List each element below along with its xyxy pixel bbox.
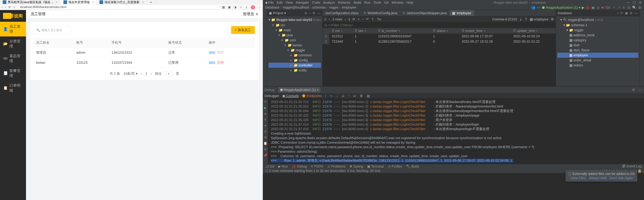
tree-java[interactable]: ▾ 📁 java xyxy=(268,33,321,38)
endpoints-tab[interactable]: 🔶 Endpoints xyxy=(302,94,322,98)
project-root[interactable]: ▾ 📁 Reggie-take-out-day02 D:\Study\GitCo… xyxy=(268,17,321,23)
gear-icon[interactable]: ⚙ xyxy=(551,17,554,21)
menu-analyze[interactable]: Analyze xyxy=(323,1,335,4)
back-nav-icon[interactable]: ↩ xyxy=(537,5,540,9)
run-icon[interactable]: ▶ xyxy=(582,5,584,9)
close-icon[interactable]: × xyxy=(92,0,94,4)
menu-code[interactable]: Code xyxy=(312,1,320,4)
tree-main[interactable]: ▾ 📁 main xyxy=(268,28,321,33)
step-over-icon[interactable]: ⤼ xyxy=(330,94,333,98)
editor-tab-0[interactable]: utoConfiguration.class xyxy=(322,10,361,16)
tool-spring[interactable]: ❋ Spring xyxy=(350,164,363,168)
close-icon[interactable]: ✕ xyxy=(639,0,642,4)
grid-row[interactable]: 2721944141280119970506201702022-05-27 18… xyxy=(323,39,556,44)
db-conn[interactable]: ▾ 🔌 reggie@localhost 1 of 12 xyxy=(557,17,638,23)
browser-tab-1[interactable]: 瑞吉外卖管理端× xyxy=(61,0,97,4)
menu-build[interactable]: Build xyxy=(354,1,361,4)
step-out-icon[interactable]: ↑ xyxy=(348,94,350,98)
search-input[interactable]: 🔍请输入员工姓名 xyxy=(34,26,71,34)
add-icon[interactable]: + xyxy=(616,11,619,15)
maximize-icon[interactable]: ☐ xyxy=(633,0,636,4)
db-table-orders[interactable]: ▦ orders xyxy=(557,63,638,68)
enable-link[interactable]: 启用 xyxy=(217,61,224,64)
tool-build[interactable]: 🔨 Build xyxy=(406,164,419,168)
grid-col-me[interactable]: ⠿ me ÷ xyxy=(330,28,352,34)
menu-git[interactable]: Git xyxy=(384,1,388,4)
db-table-order_detail[interactable]: ▦ order_detail xyxy=(557,58,638,63)
data-grid[interactable]: ℚ <<Filter Criteria> ⠿ me ÷ ⠿ sex ÷ ⠿ id… xyxy=(322,22,556,86)
dont-ask-link[interactable]: Don't Ask Again xyxy=(610,176,633,180)
stop-icon[interactable]: ▣ xyxy=(624,11,628,15)
grid-col-create[interactable]: ⠿ create_time ÷ xyxy=(459,28,511,34)
pager-jump-input[interactable] xyxy=(165,72,172,76)
tree-common[interactable]: ▸ 📁 common xyxy=(268,53,321,58)
close-icon[interactable]: × xyxy=(142,0,144,4)
tool-debug[interactable]: 🐞 Debug xyxy=(292,164,307,168)
gear-icon[interactable]: ⚙ xyxy=(264,147,267,151)
sidebar-item-setmeal[interactable]: 🧾套餐管理 xyxy=(0,66,26,81)
settings-icon[interactable]: ✿ xyxy=(638,5,642,9)
rerun-icon[interactable]: ↻ xyxy=(264,100,267,104)
extension-icon[interactable]: ◑ xyxy=(234,5,236,9)
db-target[interactable]: employee xyxy=(534,17,548,21)
crumb-schemas[interactable]: schemas xyxy=(312,5,328,9)
hide-icon[interactable]: — xyxy=(638,88,642,92)
home-icon[interactable]: ⌂ xyxy=(13,5,15,9)
always-add-link[interactable]: Always Add xyxy=(589,176,606,180)
menu-edit[interactable]: Edit xyxy=(277,1,282,4)
tool-profiler[interactable]: ◷ Profiler xyxy=(388,164,402,168)
sidebar-item-employee[interactable]: 👤员工管理 xyxy=(0,22,26,36)
tool-problems[interactable]: ⚠ Problems xyxy=(327,164,346,168)
git-pull-icon[interactable]: ✓ xyxy=(612,5,616,9)
console-output[interactable]: 2022-05-31 01:21:34.715 INFO 21976 --- [… xyxy=(268,99,644,164)
collapse-icon[interactable]: ÷ xyxy=(308,11,311,15)
grid-row[interactable]: 1312312111010119900101004712021-05-06 17… xyxy=(323,34,556,39)
pin-icon[interactable]: 📌 xyxy=(264,154,267,157)
tool-run[interactable]: ▶ Run xyxy=(278,164,288,168)
stop-icon[interactable]: ■ xyxy=(264,112,266,115)
database-tab[interactable]: Database xyxy=(558,11,572,15)
sidebar-item-category[interactable]: 📂分类管理 xyxy=(0,36,26,51)
menu-run[interactable]: Run xyxy=(364,1,370,4)
sidebar-item-dish[interactable]: 🍽菜品管理 xyxy=(0,51,26,66)
event-log[interactable]: 🗐 Event Log xyxy=(622,164,642,168)
refresh-icon[interactable]: ⟳ xyxy=(620,11,624,15)
kill-icon[interactable]: ⧉ xyxy=(264,136,266,139)
extension-icon[interactable]: ☆ xyxy=(240,5,242,9)
tree-taotao[interactable]: ▾ 📁 taotao xyxy=(268,43,321,48)
mute-icon[interactable]: ⊘ xyxy=(264,130,267,133)
tool-todo[interactable]: ≡ TODO xyxy=(311,164,323,168)
extension-icon[interactable]: ⤓ xyxy=(245,5,248,9)
crumb-db[interactable]: reggie xyxy=(329,5,340,9)
prev-page-icon[interactable]: ‹ xyxy=(329,17,330,21)
run-config-select[interactable]: ⬢ ReggieApplication (1) ▾ xyxy=(542,5,580,9)
delete-row-icon[interactable]: − xyxy=(362,17,364,21)
menu-navigate[interactable]: Navigate xyxy=(296,1,309,4)
export-format[interactable]: Comma-d (CSV) xyxy=(492,17,517,21)
coverage-icon[interactable]: ▣ xyxy=(591,5,595,9)
first-page-icon[interactable]: |‹ xyxy=(324,17,326,21)
menu-file[interactable]: File xyxy=(268,1,274,4)
extension-icon[interactable]: ▣ xyxy=(228,5,231,9)
indicator-icon[interactable]: ☐ xyxy=(265,169,268,173)
menu-window[interactable]: Window xyxy=(392,1,404,4)
browser-tab-2[interactable]: 瑞吉深夜小巴士_百度搜索× xyxy=(97,0,147,4)
grid-col-update[interactable]: ⠿ update_time ÷ xyxy=(511,28,556,34)
pager-page-1[interactable]: 1 xyxy=(145,72,147,76)
menu-view[interactable]: View xyxy=(286,1,293,4)
page-size-select[interactable]: 10条/页 ▾ xyxy=(124,71,137,76)
menu-tools[interactable]: Tools xyxy=(373,1,381,4)
extension-icon[interactable]: ▦ xyxy=(222,5,225,9)
disable-link[interactable]: 禁用 xyxy=(217,51,224,54)
tool-git[interactable]: ⎇ Git xyxy=(265,164,274,168)
crumb-conn[interactable]: reggie@localhost xyxy=(283,5,311,9)
db-table-category[interactable]: ▦ category xyxy=(557,38,638,43)
editor-tab-2[interactable]: ©JacksonObjectMapper.java xyxy=(400,10,450,16)
db-table-dish_flavor[interactable]: ▦ dish_flavor xyxy=(557,48,638,53)
lock-icon[interactable]: 🔒 xyxy=(638,169,642,173)
db-table-employee[interactable]: ▦ employee xyxy=(557,53,638,58)
git-history-icon[interactable]: ⊟ xyxy=(627,5,630,9)
console-tab[interactable]: ▣ Console xyxy=(282,94,299,98)
current-user[interactable]: 管理员 ⎋ xyxy=(243,11,258,16)
filter-input[interactable]: ℚ <<Filter Criteria> xyxy=(322,22,556,28)
